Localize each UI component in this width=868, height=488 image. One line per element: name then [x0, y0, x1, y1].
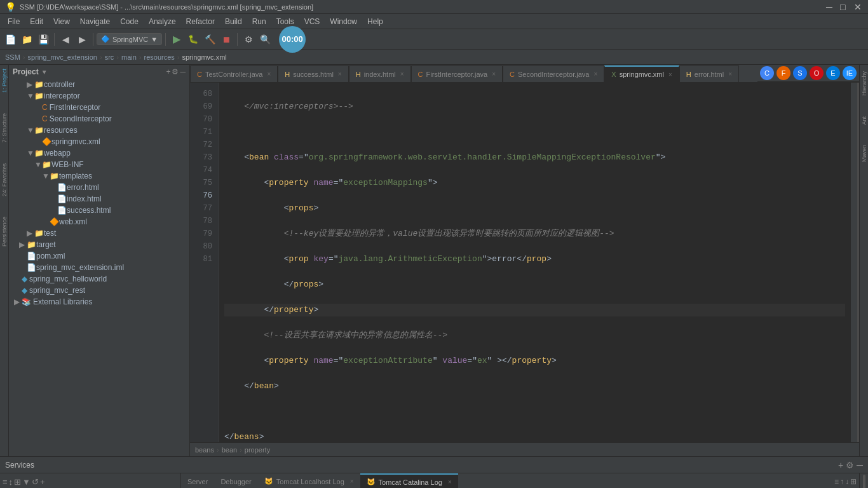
menu-window[interactable]: Window	[325, 16, 362, 27]
svc-options-btn[interactable]: ⚙	[846, 460, 854, 470]
expand-arrow-target[interactable]: ▶	[19, 240, 27, 249]
tab-secondinterceptor[interactable]: C SecondInterceptor.java ×	[503, 65, 604, 82]
tab-firstinterceptor[interactable]: C FirstInterceptor.java ×	[411, 65, 503, 82]
tree-item-iml[interactable]: ▶ 📄 spring_mvc_extension.iml	[9, 262, 189, 273]
code-editor[interactable]: 68 69 70 71 72 73 74 75 76 77 78 79 80 8…	[190, 83, 859, 442]
vtab-favorites[interactable]: 24: Favorites	[0, 159, 9, 200]
svc-settings-btn[interactable]: +	[838, 460, 843, 470]
vtab-persistence[interactable]: Persistence	[0, 213, 9, 250]
tree-item-success-html[interactable]: ▶ 📄 success.html	[9, 205, 189, 216]
tree-item-webapp[interactable]: ▼ 📁 webapp	[9, 147, 189, 159]
run-button[interactable]: ▶	[169, 32, 184, 47]
debug-button[interactable]: 🐛	[186, 32, 201, 47]
editor-scrollbar[interactable]	[850, 83, 859, 442]
svc-tab-debugger[interactable]: Debugger	[214, 473, 257, 488]
tab-close-error[interactable]: ×	[728, 71, 732, 78]
code-content[interactable]: </mvc:interceptors>--> <bean class="org.…	[219, 83, 850, 442]
tree-item-ext-libraries[interactable]: ▶ 📚 External Libraries	[9, 296, 189, 308]
menu-build[interactable]: Build	[220, 16, 247, 27]
tree-item-springmvc-xml[interactable]: ▶ 🔶 springmvc.xml	[9, 136, 189, 147]
tree-item-error-html[interactable]: ▶ 📄 error.html	[9, 182, 189, 193]
svc-tb-btn-5[interactable]: ↺	[32, 477, 39, 487]
svc-tb-btn-6[interactable]: +	[40, 477, 45, 487]
tab-close-index[interactable]: ×	[400, 71, 404, 78]
expand-arrow-webapp[interactable]: ▼	[27, 149, 34, 158]
tree-item-helloworld[interactable]: ▶ ◆ spring_mvc_helloworld	[9, 273, 189, 285]
sidebar-close-btn[interactable]: ─	[180, 67, 186, 76]
svc-tab-action-4[interactable]: ⊞	[850, 477, 857, 486]
svc-collapse-btn[interactable]: ─	[857, 460, 863, 470]
tree-item-rest[interactable]: ▶ ◆ spring_mvc_rest	[9, 285, 189, 296]
breadcrumb-item-main[interactable]: main	[121, 53, 137, 61]
breadcrumb-item-resources[interactable]: resources	[144, 53, 175, 61]
tree-item-webinf[interactable]: ▼ 📁 WEB-INF	[9, 159, 189, 170]
expand-arrow-interceptor[interactable]: ▼	[27, 92, 34, 100]
breadcrumb-item-ext[interactable]: spring_mvc_extension	[28, 53, 97, 61]
new-file-button[interactable]: 📄	[3, 32, 18, 47]
breadcrumb-item-springmvc[interactable]: springmvc.xml	[182, 53, 226, 61]
opera-icon[interactable]: O	[810, 66, 824, 80]
svc-tb-btn-3[interactable]: ⊞	[14, 477, 21, 487]
breadcrumb-item-ssm[interactable]: SSM	[5, 53, 20, 61]
menu-refactor[interactable]: Refactor	[181, 16, 220, 27]
tree-item-templates[interactable]: ▼ 📁 templates	[9, 170, 189, 182]
tab-error-html[interactable]: H error.html ×	[679, 65, 739, 82]
vtab-ant[interactable]: Ant	[860, 112, 869, 129]
stop-button[interactable]: ⏹	[219, 32, 234, 47]
output-scrollbar[interactable]	[859, 473, 868, 488]
svc-tb-btn-2[interactable]: ↕	[9, 477, 13, 487]
maximize-button[interactable]: □	[840, 3, 849, 11]
svc-tab-action-2[interactable]: ↑	[840, 477, 844, 486]
sidebar-add-btn[interactable]: +	[166, 67, 170, 76]
tab-close-springmvc[interactable]: ×	[668, 71, 672, 78]
vtab-structure[interactable]: 7: Structure	[0, 109, 9, 147]
vtab-project[interactable]: 1: Project	[0, 65, 9, 97]
tree-item-target[interactable]: ▶ 📁 target	[9, 239, 189, 250]
svc-tb-btn-1[interactable]: ≡	[3, 477, 8, 487]
safari-icon[interactable]: S	[793, 66, 807, 80]
close-button[interactable]: ✕	[854, 3, 863, 11]
tab-springmvc-xml[interactable]: X springmvc.xml ×	[604, 65, 679, 82]
breadcrumb-item-src[interactable]: src	[105, 53, 114, 61]
tree-item-index-html[interactable]: ▶ 📄 index.html	[9, 193, 189, 205]
tree-item-resources[interactable]: ▼ 📁 resources	[9, 125, 189, 136]
tree-item-firstinterceptor[interactable]: ▶ C FirstInterceptor	[9, 102, 189, 113]
svc-tab-action-1[interactable]: ≡	[834, 477, 839, 486]
menu-tools[interactable]: Tools	[271, 16, 299, 27]
menu-help[interactable]: Help	[362, 16, 388, 27]
minimize-button[interactable]: ─	[826, 3, 835, 11]
expand-arrow-templates[interactable]: ▼	[42, 172, 50, 180]
build-button[interactable]: 🔨	[202, 32, 217, 47]
tab-index[interactable]: H index.html ×	[349, 65, 411, 82]
save-button[interactable]: 💾	[36, 32, 51, 47]
project-dropdown[interactable]: 🔷 SpringMVC ▼	[97, 33, 162, 45]
menu-view[interactable]: View	[48, 16, 75, 27]
tree-item-controller[interactable]: ▶ 📁 controller	[9, 79, 189, 90]
tree-item-pom-xml[interactable]: ▶ 📄 pom.xml	[9, 250, 189, 262]
edge-icon[interactable]: E	[826, 66, 840, 80]
svc-tab-catalina-close[interactable]: ×	[448, 478, 452, 485]
svc-tab-catalina-log[interactable]: 🐱 Tomcat Catalina Log ×	[360, 473, 458, 488]
expand-arrow-resources[interactable]: ▼	[27, 126, 34, 135]
menu-analyze[interactable]: Analyze	[144, 16, 181, 27]
ie-icon[interactable]: IE	[843, 66, 857, 80]
menu-code[interactable]: Code	[115, 16, 144, 27]
menu-edit[interactable]: Edit	[25, 16, 48, 27]
svc-tab-action-3[interactable]: ↓	[845, 477, 849, 486]
menu-vcs[interactable]: VCS	[299, 16, 325, 27]
svc-tb-btn-4[interactable]: ▼	[22, 477, 31, 487]
tree-item-secondinterceptor[interactable]: ▶ C SecondInterceptor	[9, 113, 189, 125]
tab-close-testcontroller[interactable]: ×	[267, 71, 271, 78]
expand-arrow-extlibs[interactable]: ▶	[14, 297, 22, 306]
tree-item-test[interactable]: ▶ 📁 test	[9, 227, 189, 239]
search-button[interactable]: 🔍	[257, 32, 273, 47]
forward-button[interactable]: ▶	[74, 32, 90, 47]
chrome-icon[interactable]: C	[760, 66, 774, 80]
menu-run[interactable]: Run	[247, 16, 271, 27]
svc-tab-server[interactable]: Server	[181, 473, 214, 488]
vtab-hierarchy[interactable]: Hierarchy	[860, 67, 869, 100]
firefox-icon[interactable]: F	[776, 66, 790, 80]
svc-tab-localhost-log[interactable]: 🐱 Tomcat Localhost Log ×	[258, 473, 360, 488]
tree-item-interceptor[interactable]: ▼ 📁 interceptor	[9, 90, 189, 102]
tab-close-first[interactable]: ×	[492, 71, 496, 78]
